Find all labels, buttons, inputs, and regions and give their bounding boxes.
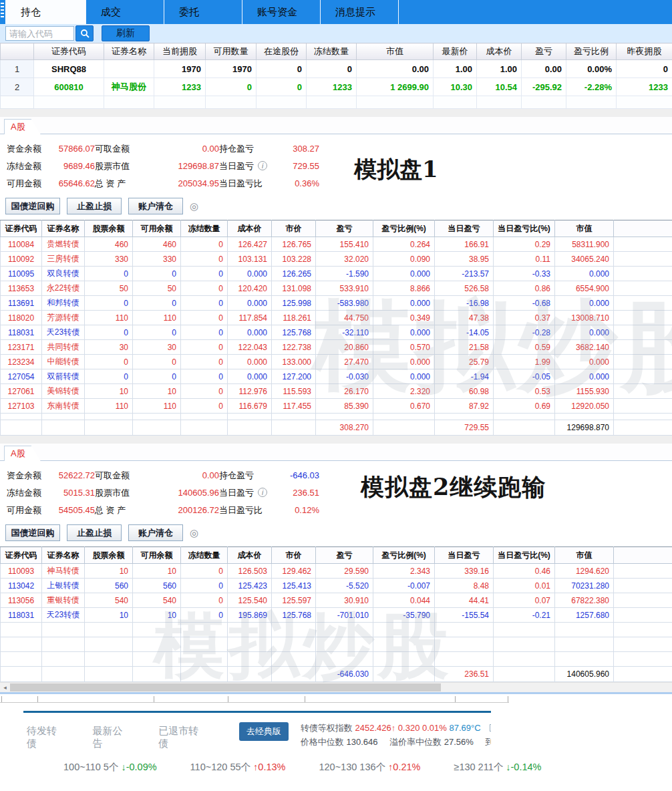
summary-label: 当日盈亏i (219, 484, 285, 502)
column-header[interactable]: 证券名称 (42, 547, 85, 564)
repo-button[interactable]: 国债逆回购 (5, 198, 60, 214)
holding-row[interactable]: 110084贵燃转债4604600126.427126.765155.4100.… (1, 237, 672, 252)
holding-row[interactable]: 110092三房转债3303300103.131103.22832.0200.0… (1, 252, 672, 267)
holding-row[interactable]: 113653永22转债50500120.420131.098533.9108.8… (1, 281, 672, 296)
total-cell (228, 667, 272, 682)
holding-row[interactable]: 113042上银转债5605600125.423125.413-5.520-0.… (1, 579, 672, 593)
column-header[interactable]: 成本价 (228, 547, 272, 564)
cell: 26.170 (316, 384, 373, 399)
cell (357, 96, 434, 109)
column-header[interactable]: 可用余额 (133, 220, 181, 237)
column-header[interactable]: 市值 (555, 220, 614, 237)
holding-row[interactable]: 127103东南转债1101100116.679117.45585.3900.6… (1, 399, 672, 414)
info-icon[interactable]: i (258, 488, 267, 497)
holding-row[interactable]: 123171共同转债30300122.043122.73820.8600.570… (1, 340, 672, 355)
cell: 120.420 (228, 281, 272, 296)
top-tab-3[interactable]: 账号资金 (242, 0, 321, 24)
column-header[interactable]: 盈亏 (316, 547, 373, 564)
column-header[interactable]: 可用余额 (133, 547, 181, 564)
info-icon[interactable]: i (258, 161, 267, 170)
position-row[interactable]: 2600810神马股份12330012331 2699.9010.3010.54… (1, 78, 672, 96)
column-header[interactable]: 当日盈亏 (435, 547, 494, 564)
cell: 神马转债 (42, 564, 85, 579)
scroll-left-arrow[interactable]: ◂ (0, 683, 10, 692)
column-header[interactable]: 股票余额 (85, 220, 133, 237)
holding-row[interactable]: 127054双箭转债0000.000127.200-0.0300.000-1.9… (1, 369, 672, 384)
tab-a-shares[interactable]: A股 (4, 446, 41, 461)
column-header[interactable]: 证券名称 (104, 43, 154, 60)
column-header[interactable]: 当日盈亏比(%) (494, 547, 555, 564)
column-header[interactable]: 证券代码 (1, 547, 42, 564)
column-header[interactable]: 昨夜拥股 (617, 43, 672, 60)
settings-icon[interactable]: ◎ (190, 200, 198, 212)
summary-label: 可用金额 (7, 502, 47, 519)
search-input[interactable] (5, 26, 74, 41)
column-header[interactable]: 当前拥股 (154, 43, 206, 60)
range-value: ↑0.21% (388, 762, 420, 772)
holding-row[interactable]: 118020芳源转债1101100117.854118.26144.7500.3… (1, 311, 672, 325)
column-header[interactable]: 市值 (357, 43, 434, 60)
column-header[interactable]: 盈亏比例 (566, 43, 617, 60)
column-header[interactable]: 证券代码 (34, 43, 104, 60)
clear-account-button[interactable]: 账户清仓 (128, 524, 183, 541)
stop-profit-loss-button[interactable]: 止盈止损 (67, 524, 122, 541)
holding-row[interactable]: 113056重银转债5405400125.540125.59730.9100.0… (1, 593, 672, 608)
settings-icon[interactable]: ◎ (190, 527, 198, 539)
holding-row[interactable]: 110093神马转债10100126.503129.46229.5902.343… (1, 564, 672, 579)
column-header[interactable]: 冻结数量 (307, 43, 357, 60)
cell (307, 96, 357, 109)
bottom-menu-item-1[interactable]: 最新公告 (93, 725, 131, 750)
column-header[interactable]: 市价 (272, 547, 316, 564)
holding-row[interactable]: 127061美锦转债10100112.976115.59326.1702.320… (1, 384, 672, 399)
column-header[interactable]: 盈亏比例(%) (373, 547, 435, 564)
column-header[interactable]: 成本价 (477, 43, 522, 60)
refresh-button[interactable]: 刷新 (102, 25, 150, 41)
cell: 0.000 (555, 325, 614, 340)
column-header[interactable]: 证券名称 (42, 220, 85, 237)
column-header[interactable]: 证券代码 (1, 220, 42, 237)
top-tab-1[interactable]: 成交 (86, 0, 164, 24)
column-header[interactable]: 当日盈亏比(%) (494, 220, 555, 237)
column-header[interactable]: 冻结数量 (181, 220, 228, 237)
holding-row[interactable]: 123234中能转债0000.000133.00027.4700.00025.7… (1, 355, 672, 369)
column-header[interactable]: 盈亏比例(%) (373, 220, 435, 237)
column-header[interactable]: 当日盈亏 (435, 220, 494, 237)
column-header[interactable]: 成本价 (228, 220, 272, 237)
column-header[interactable]: 股票余额 (85, 547, 133, 564)
summary-label: 持仓盈亏 (219, 140, 285, 158)
cell: 117.854 (228, 311, 272, 325)
column-header[interactable]: 市值 (555, 547, 614, 564)
top-tab-0[interactable]: 持仓 (6, 0, 86, 24)
median-price-value: 130.646 (346, 737, 377, 747)
go-classic-button[interactable]: 去经典版 (239, 722, 289, 741)
tab-a-shares[interactable]: A股 (4, 119, 41, 134)
repo-button[interactable]: 国债逆回购 (5, 524, 60, 541)
summary-value: 236.51 (285, 484, 319, 502)
clear-account-button[interactable]: 账户清仓 (128, 198, 183, 214)
column-header[interactable]: 在途股份 (257, 43, 307, 60)
column-header[interactable]: 最新价 (434, 43, 477, 60)
stop-profit-loss-button[interactable]: 止盈止损 (67, 198, 122, 214)
grip-icon[interactable] (0, 0, 6, 24)
search-button[interactable] (75, 25, 94, 41)
bottom-menu-item-2[interactable]: 已退市转债 (158, 725, 206, 750)
scrollbar-thumb[interactable] (10, 683, 441, 691)
bottom-menu-item-0[interactable]: 待发转债 (27, 725, 65, 750)
cell: 1 2699.90 (357, 78, 434, 96)
holding-row[interactable]: 110095双良转债0000.000126.265-1.5900.000-213… (1, 267, 672, 281)
column-header[interactable]: 冻结数量 (181, 547, 228, 564)
holding-row[interactable]: 113691和邦转债0000.000125.998-583.9800.000-1… (1, 296, 672, 311)
top-tab-4[interactable]: 消息提示 (321, 0, 399, 24)
cell: 118031 (1, 325, 42, 340)
cell (617, 96, 672, 109)
column-header[interactable]: 可用数量 (206, 43, 257, 60)
column-header[interactable]: 盈亏 (522, 43, 566, 60)
position-row[interactable]: 1SHRQ8819701970000.001.001.000.000.00%0 (1, 60, 672, 78)
column-header[interactable]: 盈亏 (316, 220, 373, 237)
account-panels: A股资金余额57866.07可取金额0.00持仓盈亏308.27冻结金额9689… (0, 117, 672, 682)
top-tab-2[interactable]: 委托 (164, 0, 242, 24)
holding-row[interactable]: 118031天23转债10100195.869125.768-701.010-3… (1, 608, 672, 623)
holding-row[interactable]: 118031天23转债0000.000125.768-32.1100.000-1… (1, 325, 672, 340)
column-header[interactable] (1, 43, 34, 60)
column-header[interactable]: 市价 (272, 220, 316, 237)
